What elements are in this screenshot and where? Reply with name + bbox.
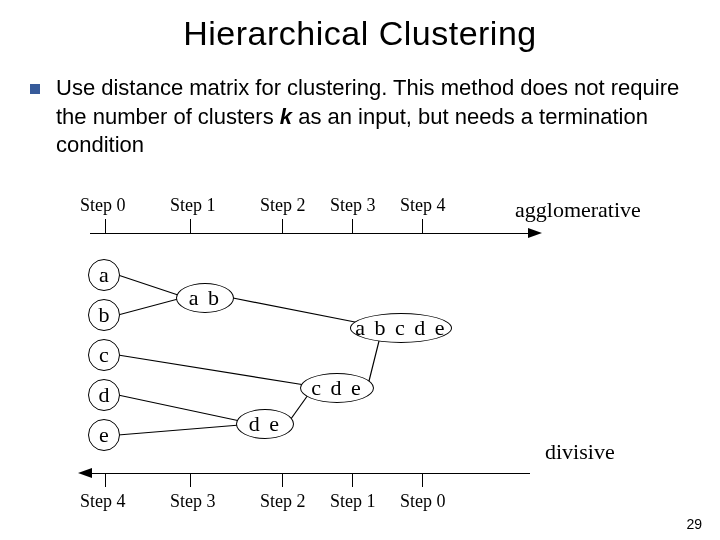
node-abcde: a b c d e bbox=[350, 313, 452, 343]
svg-line-7 bbox=[368, 337, 380, 385]
svg-line-0 bbox=[118, 275, 178, 295]
node-a: a bbox=[88, 259, 120, 291]
svg-line-3 bbox=[118, 425, 240, 435]
node-ab: a b bbox=[176, 283, 234, 313]
bullet-marker-icon bbox=[30, 84, 40, 94]
node-d: d bbox=[88, 379, 120, 411]
svg-line-6 bbox=[228, 297, 360, 323]
slide-title: Hierarchical Clustering bbox=[0, 14, 720, 53]
svg-line-4 bbox=[118, 355, 305, 385]
node-cde: c d e bbox=[300, 373, 374, 403]
node-c: c bbox=[88, 339, 120, 371]
node-e: e bbox=[88, 419, 120, 451]
svg-line-2 bbox=[118, 395, 240, 421]
dendrogram-diagram: Step 0 Step 1 Step 2 Step 3 Step 4 agglo… bbox=[60, 195, 670, 525]
node-b: b bbox=[88, 299, 120, 331]
bullet-row: Use distance matrix for clustering. This… bbox=[30, 74, 690, 160]
bullet-text-k: k bbox=[280, 104, 292, 129]
page-number: 29 bbox=[686, 516, 702, 532]
node-de: d e bbox=[236, 409, 294, 439]
bullet-text: Use distance matrix for clustering. This… bbox=[56, 74, 690, 160]
svg-line-1 bbox=[118, 299, 178, 315]
dendrogram-lines bbox=[60, 195, 670, 525]
